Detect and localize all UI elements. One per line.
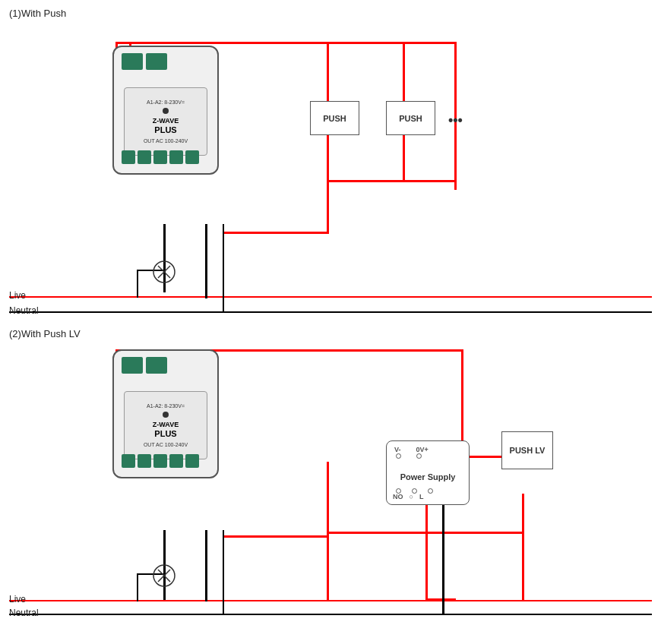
terminal-2-2 xyxy=(138,454,151,468)
top-connectors-1 xyxy=(122,53,167,70)
ps-label-l: L xyxy=(419,493,424,500)
ps-v-plus: 0V+ xyxy=(416,446,429,453)
terminal-2-3 xyxy=(153,454,167,468)
svg-rect-7 xyxy=(403,42,405,103)
terminal-4 xyxy=(169,150,183,164)
svg-rect-16 xyxy=(205,224,207,298)
svg-rect-38 xyxy=(442,501,444,615)
svg-rect-29 xyxy=(522,494,524,600)
svg-rect-14 xyxy=(9,296,652,298)
svg-rect-11 xyxy=(224,232,329,234)
diagram-container: (1)With Push A1-A2: 8-230V= Z-WAVE PLUS … xyxy=(0,0,661,644)
connector-1 xyxy=(122,53,143,70)
live-label-1: Live xyxy=(9,290,26,301)
connector-2b xyxy=(146,357,167,374)
svg-rect-37 xyxy=(223,530,224,615)
svg-rect-28 xyxy=(425,598,456,600)
neutral-label-1: Neutral xyxy=(9,305,39,316)
terminal-2-5 xyxy=(185,454,199,468)
terminal-2-1 xyxy=(122,454,135,468)
device-spec-out-2: OUT AC 100-240V xyxy=(144,442,188,447)
reset-dot-1 xyxy=(163,108,169,114)
top-connectors-2 xyxy=(122,357,167,374)
svg-rect-6 xyxy=(327,133,329,182)
device-spec-1: A1-A2: 8-230V= xyxy=(147,99,185,105)
svg-rect-39 xyxy=(442,614,457,615)
bulb-1 xyxy=(152,260,176,284)
terminal-2-4 xyxy=(169,454,183,468)
svg-rect-9 xyxy=(327,180,457,182)
svg-rect-35 xyxy=(9,614,652,615)
terminal-2 xyxy=(138,150,151,164)
ps-terminal-top-left xyxy=(396,453,401,459)
svg-rect-34 xyxy=(9,600,652,601)
neutral-label-2: Neutral xyxy=(9,608,39,618)
ps-terminal-bot-3 xyxy=(428,488,433,494)
device-spec-2: A1-A2: 8-230V= xyxy=(147,403,185,409)
svg-rect-0 xyxy=(129,42,456,44)
live-label-2: Live xyxy=(9,594,26,605)
diagram2-title: (2)With Push LV xyxy=(9,328,81,339)
svg-rect-30 xyxy=(327,532,524,534)
svg-rect-43 xyxy=(224,535,329,538)
terminal-5 xyxy=(185,150,199,164)
push-button-1: PUSH xyxy=(310,101,359,135)
device-spec-out-1: OUT AC 100-240V xyxy=(144,138,188,144)
ps-label-no: NO xyxy=(393,493,403,500)
reset-dot-2 xyxy=(163,412,169,418)
bottom-terminals-1 xyxy=(122,150,199,164)
connector-2a xyxy=(122,357,143,374)
diagram1-title: (1)With Push xyxy=(9,8,66,19)
svg-rect-27 xyxy=(425,501,428,600)
ps-terminal-top-right xyxy=(416,453,422,459)
zwave-device-1: A1-A2: 8-230V= Z-WAVE PLUS OUT AC 100-24… xyxy=(112,46,219,175)
svg-rect-19 xyxy=(223,224,224,313)
svg-rect-10 xyxy=(327,180,329,233)
svg-rect-15 xyxy=(9,311,652,313)
power-supply-box: V- 0V+ Power Supply NO ○ L xyxy=(386,440,470,505)
ps-v-minus: V- xyxy=(394,446,401,453)
terminal-1 xyxy=(122,150,135,164)
push-button-2: PUSH xyxy=(386,101,435,135)
device-body-1: A1-A2: 8-230V= Z-WAVE PLUS OUT AC 100-24… xyxy=(124,87,207,156)
dots-1: ••• xyxy=(448,112,463,128)
ps-label-com: ○ xyxy=(410,493,413,500)
terminal-3 xyxy=(153,150,167,164)
power-supply-label: Power Supply xyxy=(400,472,456,481)
bottom-terminals-2 xyxy=(122,454,199,468)
svg-rect-31 xyxy=(327,532,329,600)
connector-2 xyxy=(146,53,167,70)
zwave-logo-1: Z-WAVE PLUS xyxy=(153,117,179,135)
bulb-2 xyxy=(152,564,176,588)
svg-rect-8 xyxy=(403,133,405,182)
zwave-device-2: A1-A2: 8-230V= Z-WAVE PLUS OUT AC 100-24… xyxy=(112,349,219,478)
svg-rect-5 xyxy=(327,42,329,103)
svg-rect-42 xyxy=(327,462,329,534)
push-lv-button: PUSH LV xyxy=(501,431,553,469)
svg-rect-3 xyxy=(115,42,131,44)
svg-rect-41 xyxy=(137,573,138,601)
svg-rect-36 xyxy=(205,530,207,601)
device-body-2: A1-A2: 8-230V= Z-WAVE PLUS OUT AC 100-24… xyxy=(124,391,207,459)
svg-rect-18 xyxy=(137,270,138,298)
wiring-svg xyxy=(0,0,661,644)
zwave-logo-2: Z-WAVE PLUS xyxy=(153,421,179,439)
